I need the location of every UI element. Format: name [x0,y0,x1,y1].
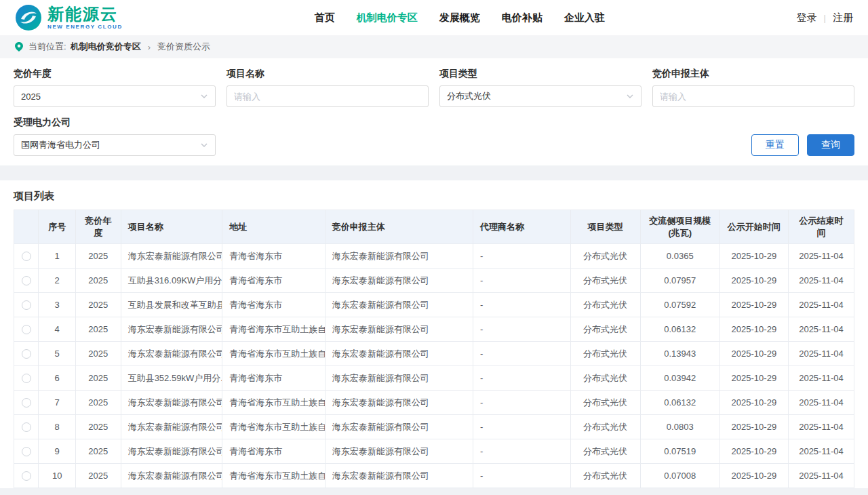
cell-address: 青海省海东市 [222,244,326,269]
nav-item-enterprise-entry[interactable]: 企业入驻 [564,12,605,24]
cell-project: 海东宏泰新能源有限公司... [121,244,222,269]
cell-capacity: 0.13943 [640,342,719,366]
cell-capacity: 0.07519 [640,439,719,464]
column-header-select [14,210,39,244]
row-select-cell [14,293,39,317]
column-header-address: 地址 [222,210,326,244]
cell-type: 分布式光伏 [570,244,640,269]
cell-address: 青海省海东市 [222,439,326,464]
table-row: 52025海东宏泰新能源有限公司...青海省海东市互助土族自...海东宏泰新能源… [14,342,854,366]
cell-seq: 10 [39,464,76,488]
filter-power-company: 受理电力公司 国网青海省电力公司 [14,117,216,156]
bidding-year-value: 2025 [21,92,41,102]
nav-item-mechanism-price-zone[interactable]: 机制电价专区 [357,12,418,24]
row-select-radio[interactable] [22,422,31,432]
chevron-down-icon [626,92,634,100]
cell-seq: 4 [39,317,76,342]
table-row: 72025海东宏泰新能源有限公司...青海省海东市互助土族自...海东宏泰新能源… [14,391,854,415]
cell-year: 2025 [75,464,121,488]
cell-entity: 海东宏泰新能源有限公司 [325,317,473,342]
bidding-entity-input[interactable] [652,85,854,107]
cell-agent: - [473,366,571,391]
table-row: 102025海东宏泰新能源有限公司...青海省海东市互助土族自...海东宏泰新能… [14,464,854,488]
cell-type: 分布式光伏 [570,293,640,317]
row-select-radio[interactable] [22,447,31,456]
cell-agent: - [473,415,571,439]
cell-year: 2025 [75,342,121,366]
cell-seq: 2 [39,269,76,293]
nav-item-home[interactable]: 首页 [315,12,335,24]
cell-entity: 海东宏泰新能源有限公司 [325,244,473,269]
row-select-radio[interactable] [22,300,31,310]
cell-capacity: 0.0803 [640,415,719,439]
filter-project-type: 项目类型 分布式光伏 [439,68,642,107]
project-type-label: 项目类型 [439,68,642,80]
cell-agent: - [473,439,571,464]
logo[interactable]: 新能源云 NEW ENERGY CLOUD [15,4,123,31]
auth-links: 登录 | 注册 [797,12,853,24]
project-list-panel: 项目列表 序号 竞价年度 项目名称 地址 竞价申报主体 代理商名称 项目类型 交… [0,180,868,488]
nav-item-price-subsidy[interactable]: 电价补贴 [502,12,542,24]
row-select-radio[interactable] [22,252,31,261]
breadcrumb-section-link[interactable]: 机制电价竞价专区 [71,41,141,53]
top-navigation-bar: 新能源云 NEW ENERGY CLOUD 首页 机制电价专区 发展概览 电价补… [0,0,868,35]
register-link[interactable]: 注册 [833,12,853,24]
cell-address: 青海省海东市 [222,269,326,293]
cell-seq: 6 [39,366,76,391]
filter-project-name: 项目名称 [226,68,429,107]
table-row: 42025海东宏泰新能源有限公司...青海省海东市互助土族自...海东宏泰新能源… [14,317,854,342]
cell-capacity: 0.07592 [640,293,719,317]
project-name-input[interactable] [226,85,429,107]
filter-actions: 重置 查询 [751,134,854,156]
row-select-radio[interactable] [22,349,31,359]
location-pin-icon [15,42,23,52]
row-select-radio[interactable] [22,398,31,408]
auth-divider: | [824,13,826,23]
cell-capacity: 0.03942 [640,366,719,391]
bidding-entity-label: 竞价申报主体 [652,68,854,80]
cell-capacity: 0.0365 [640,244,719,269]
cell-year: 2025 [75,391,121,415]
cell-entity: 海东宏泰新能源有限公司 [325,464,473,488]
cell-agent: - [473,269,571,293]
column-header-start: 公示开始时间 [719,210,788,244]
row-select-radio[interactable] [22,374,31,383]
table-header-row: 序号 竞价年度 项目名称 地址 竞价申报主体 代理商名称 项目类型 交流侧项目规… [14,210,854,244]
filter-bidding-year: 竞价年度 2025 [14,68,216,107]
row-select-radio[interactable] [22,276,31,285]
cell-seq: 7 [39,391,76,415]
cell-seq: 1 [39,244,76,269]
reset-button[interactable]: 重置 [751,134,799,156]
row-select-radio[interactable] [22,471,31,481]
cell-address: 青海省海东市互助土族自... [222,464,326,488]
login-link[interactable]: 登录 [797,12,817,24]
cell-capacity: 0.06132 [640,317,719,342]
bidding-year-label: 竞价年度 [14,68,216,80]
cell-year: 2025 [75,439,121,464]
cell-agent: - [473,391,571,415]
cell-address: 青海省海东市互助土族自... [222,415,326,439]
project-type-value: 分布式光伏 [447,90,491,102]
cell-address: 青海省海东市互助土族自... [222,317,326,342]
power-company-select[interactable]: 国网青海省电力公司 [14,134,216,156]
search-button[interactable]: 查询 [807,134,854,156]
cell-capacity: 0.07008 [640,464,719,488]
cell-start: 2025-10-29 [719,269,788,293]
cell-start: 2025-10-29 [719,244,788,269]
project-type-select[interactable]: 分布式光伏 [439,85,642,107]
cell-type: 分布式光伏 [570,415,640,439]
cell-entity: 海东宏泰新能源有限公司 [325,366,473,391]
bidding-year-select[interactable]: 2025 [14,85,216,107]
cell-end: 2025-11-04 [788,464,854,488]
cell-start: 2025-10-29 [719,366,788,391]
cell-year: 2025 [75,269,121,293]
nav-item-development-overview[interactable]: 发展概览 [439,12,480,24]
table-row: 62025互助县352.59kW户用分...青海省海东市海东宏泰新能源有限公司-… [14,366,854,391]
filter-panel: 竞价年度 2025 项目名称 项目类型 分布式光伏 竞价申报主体 [0,58,868,165]
cell-end: 2025-11-04 [788,439,854,464]
row-select-radio[interactable] [22,325,31,334]
cell-capacity: 0.07957 [640,269,719,293]
table-row: 32025互助县发展和改革互助县...青海省海东市海东宏泰新能源有限公司-分布式… [14,293,854,317]
cell-entity: 海东宏泰新能源有限公司 [325,415,473,439]
cell-entity: 海东宏泰新能源有限公司 [325,391,473,415]
